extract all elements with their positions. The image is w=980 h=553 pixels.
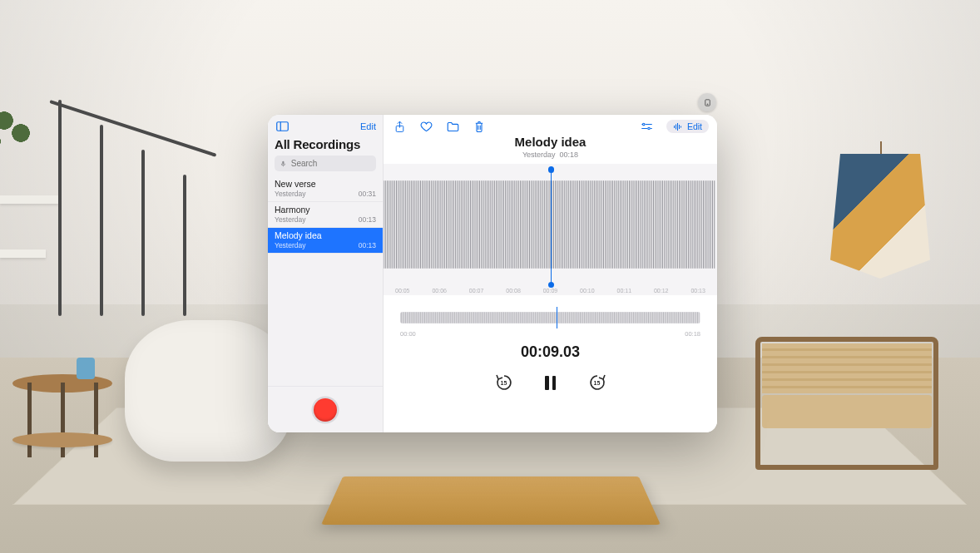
waveform-edit-button[interactable]: Edit — [666, 120, 709, 133]
timeline-tick: 00:10 — [580, 288, 595, 294]
timeline-tick: 00:11 — [617, 288, 632, 294]
timecode: 00:09.03 — [384, 343, 717, 361]
recording-row[interactable]: New verseYesterday00:31 — [268, 176, 383, 202]
recording-subtitle: Yesterday 00:18 — [384, 151, 717, 159]
waveform-area[interactable]: 00:0500:0600:0700:0800:0900:1000:1100:12… — [384, 164, 717, 295]
waveform-icon — [673, 122, 683, 131]
armchair-left — [125, 320, 291, 462]
svg-point-5 — [643, 123, 646, 126]
svg-rect-2 — [276, 122, 288, 131]
pause-icon — [545, 376, 556, 390]
recording-row-duration: 00:13 — [359, 215, 376, 224]
trimmer[interactable]: 00:00 00:18 — [400, 307, 700, 328]
wall-shelf-2 — [0, 249, 46, 258]
waveform-mini — [400, 312, 700, 323]
trash-icon[interactable] — [472, 119, 487, 134]
recording-row-duration: 00:31 — [359, 190, 376, 198]
spatial-control-orb[interactable] — [698, 93, 716, 111]
timeline-ticks: 00:0500:0600:0700:0800:0900:1000:1100:12… — [384, 288, 717, 294]
mug — [77, 358, 95, 379]
timeline-tick: 00:13 — [690, 288, 705, 294]
timeline-tick: 00:06 — [432, 288, 447, 294]
search-field[interactable] — [275, 156, 376, 171]
favorite-icon[interactable] — [418, 119, 433, 134]
timeline-tick: 00:12 — [654, 288, 669, 294]
folder-icon[interactable] — [445, 119, 460, 134]
record-area — [268, 386, 383, 432]
sidebar-toggle-icon[interactable] — [275, 119, 290, 134]
coffee-table — [321, 476, 661, 525]
wall-tapestry — [830, 154, 930, 279]
recording-row-title: Harmony — [275, 205, 376, 215]
skip-forward-button[interactable]: 15 — [587, 373, 607, 393]
options-icon[interactable] — [640, 119, 655, 134]
recording-row[interactable]: HarmonyYesterday00:13 — [268, 202, 383, 228]
voice-memos-window: Edit All Recordings New verseYesterday00… — [268, 115, 717, 432]
trimmer-cursor[interactable] — [557, 307, 558, 328]
sidebar-title: All Recordings — [268, 136, 383, 156]
microphone-icon — [280, 160, 287, 168]
timeline-tick: 00:07 — [469, 288, 484, 294]
recordings-list: New verseYesterday00:31HarmonyYesterday0… — [268, 176, 383, 386]
recording-row-date: Yesterday — [275, 215, 306, 224]
timeline-tick: 00:09 — [543, 288, 558, 294]
playback-controls: 15 15 — [384, 373, 717, 393]
armchair-right — [755, 337, 938, 470]
svg-point-1 — [707, 103, 708, 104]
recording-row-duration: 00:13 — [359, 241, 376, 249]
timeline-tick: 00:08 — [506, 288, 521, 294]
playhead[interactable] — [551, 169, 552, 285]
recording-title: Melody idea — [384, 135, 717, 149]
timeline-tick: 00:05 — [395, 288, 410, 294]
recording-row-title: New verse — [275, 179, 376, 189]
trimmer-end-label: 00:18 — [685, 330, 700, 338]
share-icon[interactable] — [392, 119, 407, 134]
recording-row-date: Yesterday — [275, 190, 306, 198]
edit-label: Edit — [687, 121, 702, 131]
recording-row-date: Yesterday — [275, 241, 306, 249]
skip-back-button[interactable]: 15 — [494, 373, 514, 393]
detail-pane: Edit Melody idea Yesterday 00:18 00:0500… — [384, 115, 717, 432]
sidebar: Edit All Recordings New verseYesterday00… — [268, 115, 384, 432]
trimmer-start-label: 00:00 — [400, 330, 416, 338]
sidebar-edit-button[interactable]: Edit — [360, 121, 376, 131]
recording-row[interactable]: Melody ideaYesterday00:13 — [268, 228, 383, 254]
pause-button[interactable] — [541, 373, 561, 393]
search-input[interactable] — [291, 159, 371, 168]
record-button[interactable] — [314, 398, 337, 422]
side-table — [12, 374, 112, 457]
recording-row-title: Melody idea — [275, 230, 376, 240]
staircase — [50, 100, 241, 333]
svg-point-8 — [648, 127, 651, 130]
